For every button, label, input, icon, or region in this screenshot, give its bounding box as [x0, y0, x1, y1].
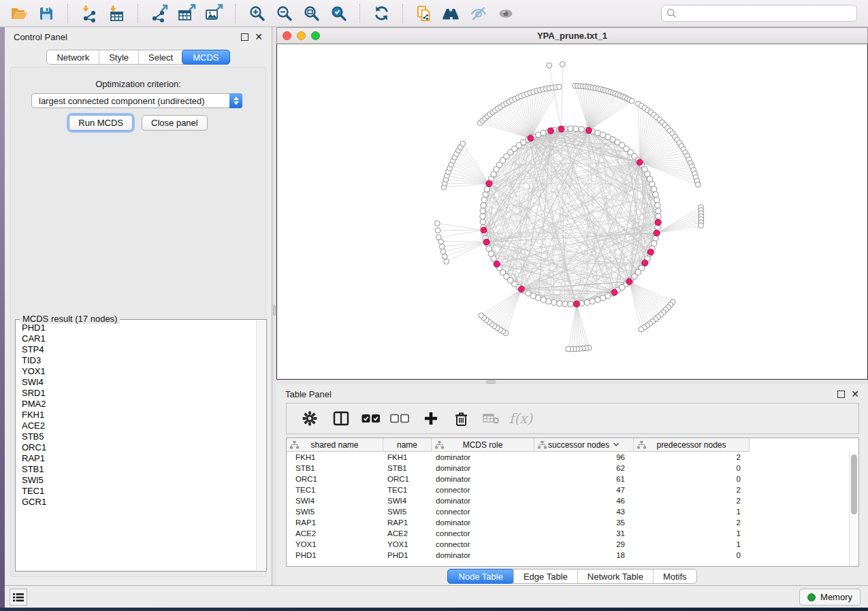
- select-all-columns-button[interactable]: [357, 406, 385, 431]
- save-session-button[interactable]: [34, 3, 59, 24]
- cell-shared-name: ORC1: [287, 474, 383, 484]
- unselect-all-columns-button[interactable]: [386, 406, 413, 431]
- column-header-predecessor-nodes[interactable]: predecessor nodes: [634, 438, 750, 452]
- network-canvas[interactable]: [277, 44, 867, 378]
- network-window-titlebar[interactable]: YPA_prune.txt_1: [276, 27, 868, 44]
- close-panel-icon[interactable]: ✕: [851, 391, 859, 398]
- table-row[interactable]: RAP1RAP1dominator352: [287, 517, 849, 528]
- cell-shared-name: ACE2: [287, 528, 383, 539]
- table-row[interactable]: STB1STB1dominator620: [287, 463, 849, 474]
- import-table-button[interactable]: [104, 3, 129, 24]
- mcds-result-item[interactable]: STP4: [16, 344, 256, 355]
- column-header-name[interactable]: name: [383, 438, 432, 452]
- mcds-result-item[interactable]: TID3: [16, 355, 256, 366]
- mcds-result-item[interactable]: GCR1: [16, 497, 256, 508]
- criterion-dropdown[interactable]: largest connected component (undirected): [31, 93, 242, 108]
- horizontal-splitter[interactable]: [276, 380, 868, 384]
- task-history-button[interactable]: [10, 589, 27, 606]
- network-view: [276, 44, 868, 380]
- tab-style[interactable]: Style: [99, 50, 138, 64]
- zoom-fit-button[interactable]: [299, 3, 323, 24]
- column-header-shared-name[interactable]: shared name: [287, 438, 383, 452]
- table-header-row: shared namenameMCDS rolesuccessor nodesp…: [287, 438, 750, 452]
- mcds-result-item[interactable]: SWI5: [16, 475, 256, 486]
- cell-shared-name: SWI4: [287, 495, 383, 506]
- mcds-result-item[interactable]: STB1: [16, 464, 256, 475]
- table-options-button[interactable]: [296, 406, 323, 431]
- desktop-wallpaper-strip: [0, 27, 5, 608]
- create-column-button[interactable]: [417, 406, 445, 431]
- import-network-icon: [80, 4, 99, 22]
- table-row[interactable]: SWI5SWI5connector431: [287, 506, 849, 517]
- column-header-mcds-role[interactable]: MCDS role: [432, 438, 534, 452]
- show-all-button[interactable]: [494, 3, 518, 24]
- mcds-list-scrollbar[interactable]: [256, 320, 266, 570]
- tab-node-table[interactable]: Node Table: [447, 569, 514, 584]
- run-mcds-button[interactable]: Run MCDS: [69, 115, 133, 131]
- cell-successor-nodes: 62: [534, 463, 634, 474]
- table-row[interactable]: TEC1TEC1connector472: [287, 484, 849, 495]
- mcds-result-item[interactable]: SRD1: [16, 388, 256, 399]
- mcds-result-item[interactable]: ACE2: [16, 420, 256, 431]
- zoom-selected-button[interactable]: [326, 3, 351, 24]
- memory-button[interactable]: Memory: [799, 589, 861, 606]
- column-header-successor-nodes[interactable]: successor nodes: [534, 438, 634, 452]
- cell-shared-name: PHD1: [287, 550, 383, 561]
- float-panel-icon[interactable]: [241, 33, 248, 41]
- export-network-button[interactable]: [147, 3, 172, 24]
- float-panel-icon[interactable]: [837, 391, 845, 398]
- open-session-button[interactable]: [7, 3, 31, 24]
- import-network-button[interactable]: [77, 3, 101, 24]
- delete-table-button[interactable]: [477, 406, 504, 431]
- scrollbar-thumb[interactable]: [851, 455, 857, 514]
- toolbar-separator: [138, 4, 138, 23]
- mcds-result-groupbox: MCDS result (17 nodes) PHD1CAR1STP4TID3Y…: [15, 319, 267, 572]
- mcds-result-item[interactable]: CAR1: [16, 333, 256, 344]
- mcds-result-item[interactable]: STB5: [16, 431, 256, 442]
- table-row[interactable]: FKH1FKH1dominator962: [287, 452, 849, 463]
- cell-mcds-role: dominator: [432, 474, 534, 484]
- mcds-result-item[interactable]: YOX1: [16, 366, 256, 377]
- desktop-background: Control Panel ✕ NetworkStyleSelectMCDS O…: [0, 0, 868, 611]
- tab-network-table[interactable]: Network Table: [577, 569, 653, 583]
- table-row[interactable]: PHD1PHD1dominator180: [287, 550, 849, 561]
- table-row[interactable]: ORC1ORC1dominator610: [287, 474, 849, 484]
- mcds-result-item[interactable]: SWI4: [16, 377, 256, 388]
- export-image-button[interactable]: [202, 3, 226, 24]
- mcds-result-item[interactable]: ORC1: [16, 442, 256, 453]
- zoom-out-button[interactable]: [272, 3, 296, 24]
- mcds-result-item[interactable]: RAP1: [16, 453, 256, 464]
- tab-network[interactable]: Network: [47, 50, 99, 64]
- search-input[interactable]: [681, 8, 852, 18]
- close-panel-button[interactable]: Close panel: [142, 115, 208, 131]
- first-neighbors-button[interactable]: [439, 3, 464, 24]
- mcds-result-item[interactable]: PMA2: [16, 399, 256, 410]
- splitter-handle[interactable]: [273, 305, 276, 316]
- delete-column-button[interactable]: [447, 406, 475, 431]
- tab-select[interactable]: Select: [138, 50, 182, 64]
- cell-successor-nodes: 47: [534, 484, 634, 495]
- table-row[interactable]: YOX1YOX1connector291: [287, 539, 849, 550]
- copy-network-button[interactable]: [412, 3, 436, 24]
- mcds-result-item[interactable]: PHD1: [16, 323, 256, 333]
- mcds-result-item[interactable]: TEC1: [16, 486, 256, 497]
- function-builder-button[interactable]: f(x): [507, 406, 534, 431]
- zoom-in-button[interactable]: [244, 3, 269, 24]
- show-column-panel-button[interactable]: [327, 406, 355, 431]
- tab-motifs[interactable]: Motifs: [653, 569, 696, 583]
- splitter-handle[interactable]: [486, 380, 496, 384]
- refresh-layout-button[interactable]: [369, 3, 393, 24]
- close-panel-icon[interactable]: ✕: [255, 33, 263, 41]
- export-table-button[interactable]: [174, 3, 199, 24]
- table-scrollbar[interactable]: [849, 452, 858, 566]
- fx-icon: f(x): [509, 410, 532, 427]
- table-row[interactable]: SWI4SWI4dominator462: [287, 495, 849, 506]
- tab-mcds[interactable]: MCDS: [182, 50, 229, 65]
- hide-selected-button[interactable]: [466, 3, 491, 24]
- unchecked-boxes-icon: [390, 414, 409, 423]
- table-row[interactable]: ACE2ACE2connector311: [287, 528, 849, 539]
- zoom-fit-icon: [303, 5, 320, 22]
- tab-edge-table[interactable]: Edge Table: [513, 569, 577, 583]
- mcds-result-item[interactable]: FKH1: [16, 410, 256, 420]
- binoculars-icon: [442, 5, 461, 22]
